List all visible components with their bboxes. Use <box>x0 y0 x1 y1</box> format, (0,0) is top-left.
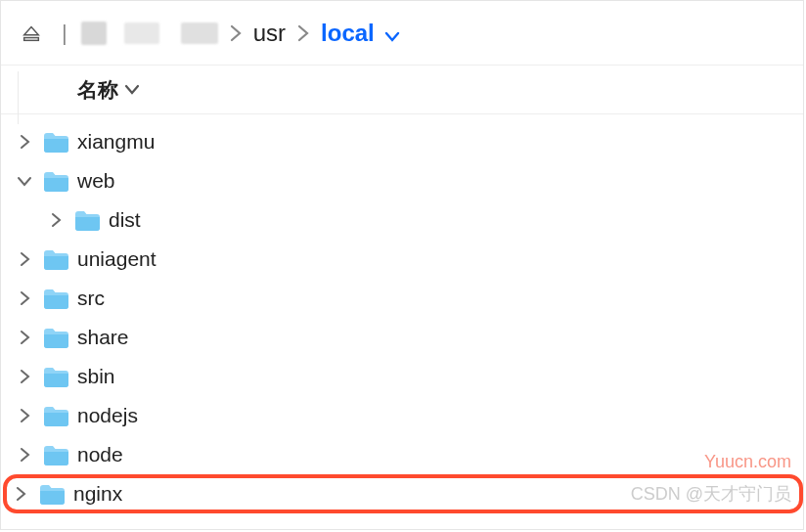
folder-icon <box>42 404 69 427</box>
tree-row[interactable]: share <box>7 318 803 357</box>
tree-item-label: nginx <box>73 482 122 506</box>
chevron-down-icon[interactable] <box>124 79 140 101</box>
column-header-row: 名称 <box>1 66 803 114</box>
breadcrumb-label: local <box>321 20 375 46</box>
folder-icon <box>38 482 66 506</box>
side-handle <box>1 71 19 124</box>
tree-row[interactable]: src <box>7 279 803 318</box>
eject-icon[interactable] <box>21 22 42 44</box>
chevron-down-icon[interactable] <box>381 20 400 46</box>
tree-row[interactable]: dist <box>38 200 803 240</box>
toolbar: | usr local <box>1 1 803 66</box>
blurred-region <box>81 22 107 45</box>
chevron-right-icon <box>295 23 311 43</box>
tree-item-label: uniagent <box>77 247 157 271</box>
folder-icon <box>42 247 69 271</box>
chevron-right-icon[interactable] <box>11 486 30 502</box>
chevron-right-icon[interactable] <box>15 330 34 345</box>
watermark: Yuucn.com <box>704 452 791 472</box>
file-tree: xiangmuwebdistuniagentsrcsharesbinnodejs… <box>1 114 803 513</box>
folder-icon <box>42 169 69 193</box>
tree-item-label: share <box>77 326 129 349</box>
file-browser-window: | usr local 名称 xiangmuwebdistuniagentsrc… <box>0 0 804 530</box>
folder-icon <box>73 208 101 232</box>
divider: | <box>62 21 67 46</box>
breadcrumb-item-usr[interactable]: usr <box>253 20 286 47</box>
chevron-down-icon[interactable] <box>15 174 34 188</box>
chevron-right-icon[interactable] <box>15 290 34 306</box>
folder-icon <box>42 287 69 310</box>
tree-item-label: node <box>77 443 123 466</box>
folder-icon <box>42 326 69 349</box>
chevron-right-icon <box>228 23 244 43</box>
blurred-region <box>181 22 218 44</box>
folder-icon <box>42 130 69 154</box>
folder-icon <box>42 443 69 466</box>
watermark: CSDN @天才守门员 <box>631 482 791 506</box>
chevron-right-icon[interactable] <box>15 369 34 384</box>
tree-item-label: src <box>77 287 105 310</box>
tree-row[interactable]: nodejs <box>7 396 803 435</box>
tree-row[interactable]: uniagent <box>7 240 803 279</box>
chevron-right-icon[interactable] <box>46 212 66 228</box>
tree-row[interactable]: web <box>7 161 803 200</box>
chevron-right-icon[interactable] <box>15 251 34 267</box>
blurred-region <box>124 22 159 44</box>
tree-item-label: nodejs <box>77 404 138 427</box>
chevron-right-icon[interactable] <box>15 447 34 463</box>
folder-icon <box>42 365 69 388</box>
tree-item-label: xiangmu <box>77 130 155 154</box>
tree-row[interactable]: node <box>7 435 803 474</box>
chevron-right-icon[interactable] <box>15 134 34 150</box>
tree-item-label: dist <box>109 208 141 232</box>
chevron-right-icon[interactable] <box>15 408 34 423</box>
tree-row[interactable]: sbin <box>7 357 803 396</box>
breadcrumb-item-local[interactable]: local <box>321 20 400 47</box>
tree-row[interactable]: xiangmu <box>7 122 803 161</box>
tree-item-label: web <box>77 169 115 193</box>
column-header-name[interactable]: 名称 <box>77 76 118 104</box>
svg-rect-0 <box>24 37 39 40</box>
tree-item-label: sbin <box>77 365 115 388</box>
